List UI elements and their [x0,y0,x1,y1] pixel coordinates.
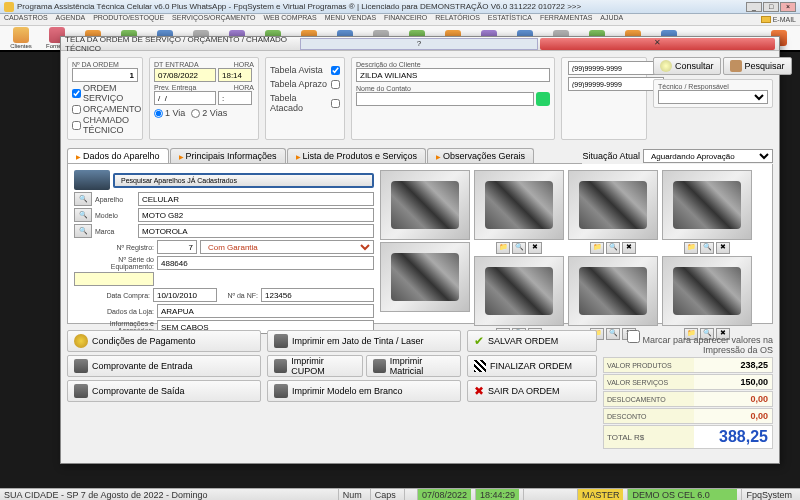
device-photo-1[interactable] [380,170,470,240]
toolbar-clientes[interactable]: Clientes [4,26,38,50]
search-icon [660,60,672,72]
desconto: 0,00 [694,411,772,421]
order-modal: TELA DA ORDEM DE SERVIÇO / ORÇAMENTO / C… [60,36,780,464]
marca-input[interactable] [138,224,374,238]
pesquisar-button[interactable]: Pesquisar [723,57,792,75]
device-photo-3[interactable] [474,170,564,240]
menu-vendas[interactable]: MENU VENDAS [325,14,376,25]
deslocamento: 0,00 [694,394,772,404]
marca-search-button[interactable]: 🔍 [74,224,92,238]
status-insert [404,489,413,500]
radio-1via[interactable] [154,109,163,118]
menu-ajuda[interactable]: AJUDA [600,14,623,25]
menu-relatorios[interactable]: RELATÓRIOS [435,14,480,25]
img3-btn3[interactable]: ✖ [528,242,542,254]
imprimir-modelo-branco-button[interactable]: Imprimir Modelo em Branco [267,380,461,402]
comprovante-saida-button[interactable]: Comprovante de Saída [67,380,261,402]
printer-icon [74,384,88,398]
finalizar-ordem-button[interactable]: FINALIZAR ORDEM [467,355,597,377]
whatsapp-icon[interactable] [536,92,550,106]
aparelho-search-button[interactable]: 🔍 [74,192,92,206]
menu-estatistica[interactable]: ESTATÍSTICA [488,14,532,25]
device-photo-6[interactable] [568,256,658,326]
img5-btn3[interactable]: ✖ [622,242,636,254]
device-photo-4[interactable] [474,256,564,326]
dt-entrada-input[interactable] [154,68,216,82]
tel2-input[interactable] [568,77,664,91]
window-icon [4,2,14,12]
prev-hora-input[interactable] [218,91,252,105]
tab-produtos-servicos[interactable]: ▶ Lista de Produtos e Serviços [287,148,427,163]
chk-tabela-aprazo[interactable] [331,80,340,89]
img5-btn2[interactable]: 🔍 [606,242,620,254]
tel1-input[interactable] [568,61,664,75]
minimize-button[interactable]: _ [746,2,762,12]
status-demo: DEMO OS CEL 6.0 [627,489,737,500]
prev-data-input[interactable] [154,91,216,105]
menubar: CADASTROS AGENDA PRODUTO/ESTOQUE SERVIÇO… [0,14,800,26]
img3-btn2[interactable]: 🔍 [512,242,526,254]
tab-dados-aparelho[interactable]: ▶ Dados do Aparelho [67,148,169,163]
menu-produto[interactable]: PRODUTO/ESTOQUE [93,14,164,25]
img7-btn1[interactable]: 📁 [684,242,698,254]
registro-input[interactable] [157,240,197,254]
aparelho-input[interactable] [138,192,374,206]
consultar-button[interactable]: Consultar [653,57,721,75]
maximize-button[interactable]: □ [763,2,779,12]
sair-ordem-button[interactable]: ✖SAIR DA ORDEM [467,380,597,402]
img3-btn1[interactable]: 📁 [496,242,510,254]
status-data: 07/08/2022 [417,489,471,500]
tab-principais-info[interactable]: ▶ Principais Informações [170,148,286,163]
chk-ordem-servico[interactable] [72,89,81,98]
valor-produtos: 238,25 [694,360,772,370]
modal-help-button[interactable]: ? [300,38,537,50]
imprimir-laser-button[interactable]: Imprimir em Jato de Tinta / Laser [267,330,461,352]
salvar-ordem-button[interactable]: ✔SALVAR ORDEM [467,330,597,352]
condicoes-pagamento-button[interactable]: Condições de Pagamento [67,330,261,352]
img7-btn3[interactable]: ✖ [716,242,730,254]
close-button[interactable]: × [780,2,796,12]
garantia-select[interactable]: Com Garantia [200,240,374,254]
ordem-number-input[interactable] [72,68,138,82]
nf-input[interactable] [261,288,374,302]
chk-marcador-impressao[interactable] [627,330,640,343]
img5-btn1[interactable]: 📁 [590,242,604,254]
device-photo-8[interactable] [662,256,752,326]
imprimir-cupom-button[interactable]: Imprimir CUPOM [267,355,363,377]
hora-input[interactable] [218,68,252,82]
serie-input[interactable] [157,256,374,270]
menu-ferramentas[interactable]: FERRAMENTAS [540,14,592,25]
tecnico-select[interactable] [658,90,768,104]
printer-icon [274,359,287,373]
situacao-select[interactable]: Aguardando Aprovação [643,149,773,163]
device-photo-2[interactable] [380,242,470,312]
menu-compras[interactable]: WEB COMPRAS [263,14,316,25]
menu-agenda[interactable]: AGENDA [56,14,86,25]
img7-btn2[interactable]: 🔍 [700,242,714,254]
data-compra-input[interactable] [153,288,217,302]
comprovante-entrada-button[interactable]: Comprovante de Entrada [67,355,261,377]
tab-observacoes[interactable]: ▶ Observações Gerais [427,148,534,163]
mail-icon[interactable]: E-MAIL [761,14,796,25]
printer-icon [274,334,288,348]
modal-close-button[interactable]: ✕ [540,38,775,50]
menu-cadastros[interactable]: CADASTROS [4,14,48,25]
ordem-label: Nº DA ORDEM [72,61,138,68]
chk-orcamento[interactable] [72,105,81,114]
menu-servicos[interactable]: SERVIÇOS/ORÇAMENTO [172,14,255,25]
chk-tabela-atacado[interactable] [331,99,340,108]
modelo-search-button[interactable]: 🔍 [74,208,92,222]
dados-loja-input[interactable] [157,304,374,318]
contato-input[interactable] [356,92,534,106]
imprimir-matricial-button[interactable]: Imprimir Matricial [366,355,462,377]
menu-financeiro[interactable]: FINANCEIRO [384,14,427,25]
chk-tabela-avista[interactable] [331,66,340,75]
chk-chamado[interactable] [72,121,81,130]
extra-yellow-input[interactable] [74,272,154,286]
pesquisar-aparelhos-button[interactable]: Pesquisar Aparelhos JÁ Cadastrados [113,173,374,188]
device-photo-5[interactable] [568,170,658,240]
cliente-input[interactable] [356,68,550,82]
radio-2vias[interactable] [191,109,200,118]
modelo-input[interactable] [138,208,374,222]
device-photo-7[interactable] [662,170,752,240]
